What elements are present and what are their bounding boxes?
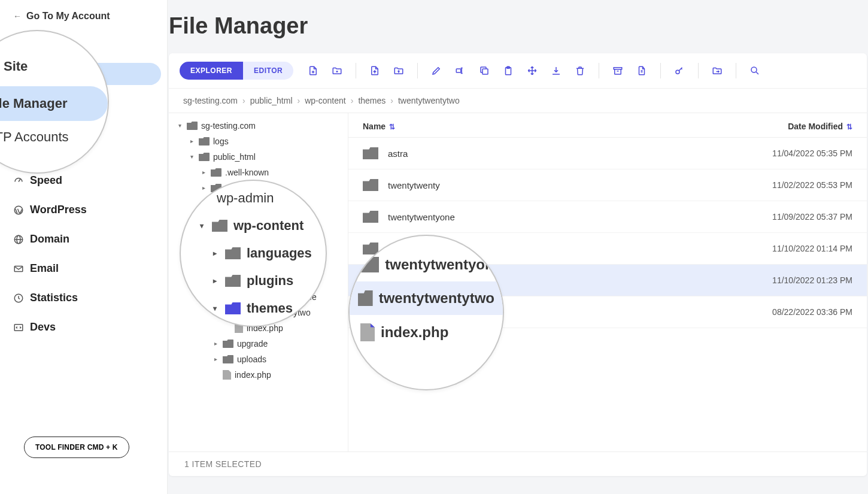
folder-icon bbox=[235, 308, 245, 317]
tree-folder[interactable]: ▸plugins bbox=[171, 227, 345, 243]
folder-icon bbox=[223, 355, 233, 363]
list-row[interactable]: astra11/04/2022 05:35 PM bbox=[348, 138, 867, 169]
tree-file[interactable]: index.php bbox=[171, 320, 345, 336]
sidebar-item-postgresql[interactable]: PostgreSQL bbox=[0, 110, 161, 132]
chevron-right-icon: › bbox=[351, 96, 354, 105]
clock-icon bbox=[13, 293, 24, 304]
tree-folder[interactable]: ▾sg-testing.com bbox=[171, 118, 345, 134]
sidebar-section-domain-label: Domain bbox=[30, 233, 69, 246]
sidebar-section-security[interactable]: Security bbox=[0, 137, 167, 166]
caret-icon[interactable]: ▸ bbox=[224, 278, 231, 284]
tree-folder[interactable]: ▸twentytwentythree bbox=[171, 289, 345, 305]
back-to-account-link[interactable]: ← Go To My Account bbox=[0, 0, 167, 28]
breadcrumb-item[interactable]: public_html bbox=[250, 96, 293, 105]
caret-icon[interactable]: ▾ bbox=[176, 122, 183, 129]
explorer-tab[interactable]: Explorer bbox=[180, 62, 243, 80]
list-row[interactable]: twentytwentyone11/09/2022 05:37 PM bbox=[348, 201, 867, 233]
breadcrumb-item[interactable]: twentytwentytwo bbox=[398, 96, 460, 105]
file-icon bbox=[235, 323, 243, 333]
lock-icon bbox=[13, 146, 24, 157]
row-date: 11/10/2022 01:23 PM bbox=[733, 275, 852, 285]
tree-folder[interactable]: ▾public_html bbox=[171, 149, 345, 165]
sidebar-item-file-manager[interactable]: File Manager bbox=[0, 63, 161, 85]
tree-file[interactable]: index.php bbox=[171, 367, 345, 383]
sidebar-section-devs[interactable]: Devs bbox=[0, 313, 167, 342]
svg-line-3 bbox=[19, 179, 20, 182]
tree-folder[interactable]: ▾themes bbox=[171, 243, 345, 258]
upload-file-button[interactable] bbox=[365, 60, 385, 81]
breadcrumb-item[interactable]: sg-testing.com bbox=[183, 96, 238, 105]
svg-rect-0 bbox=[14, 43, 23, 50]
upload-folder-button[interactable] bbox=[389, 60, 409, 81]
rename-icon bbox=[455, 65, 466, 76]
list-row[interactable]: index.php08/22/2022 03:36 PM bbox=[348, 296, 867, 328]
sidebar-section-wordpress[interactable]: WordPress bbox=[0, 195, 167, 225]
sort-icon[interactable]: ⇅ bbox=[389, 123, 395, 131]
copy-icon bbox=[479, 65, 490, 76]
folder-icon bbox=[235, 277, 245, 286]
caret-icon[interactable]: ▾ bbox=[212, 247, 219, 253]
edit-button[interactable] bbox=[426, 60, 447, 81]
sidebar-section-email-label: Email bbox=[30, 262, 59, 275]
tree-folder[interactable]: ▸wp-admin bbox=[171, 180, 345, 196]
list-row[interactable]: twentytwentythree11/10/2022 01:14 PM bbox=[348, 233, 867, 265]
folder-icon bbox=[363, 179, 378, 191]
tree-folder[interactable]: ▸twentytwenty bbox=[171, 258, 345, 274]
sidebar-section-domain[interactable]: Domain bbox=[0, 225, 167, 254]
sort-icon[interactable]: ⇅ bbox=[846, 123, 852, 131]
archive-button[interactable] bbox=[608, 60, 628, 81]
file-listing: Name⇅ Date Modified⇅ astra11/04/2022 05:… bbox=[348, 113, 867, 451]
tree-folder[interactable]: ▸languages bbox=[171, 211, 345, 227]
caret-icon[interactable]: ▸ bbox=[212, 231, 219, 238]
sidebar-section-speed[interactable]: Speed bbox=[0, 166, 167, 195]
tree-folder[interactable]: ▸uploads bbox=[171, 351, 345, 367]
sidebar-section-site[interactable]: Site bbox=[0, 31, 167, 60]
column-name[interactable]: Name bbox=[363, 122, 386, 131]
caret-icon[interactable]: ▸ bbox=[212, 356, 219, 362]
caret-icon[interactable]: ▸ bbox=[200, 184, 207, 191]
tree-folder[interactable]: ▸twentytwentytwo bbox=[171, 305, 345, 320]
tree-item-label: twentytwentyone bbox=[249, 277, 311, 286]
new-folder-button[interactable] bbox=[327, 60, 347, 81]
caret-icon[interactable]: ▸ bbox=[188, 138, 195, 144]
breadcrumb-item[interactable]: wp-content bbox=[305, 96, 345, 105]
editor-tab[interactable]: Editor bbox=[243, 62, 293, 80]
download-button[interactable] bbox=[546, 60, 566, 81]
move-button[interactable] bbox=[522, 60, 542, 81]
caret-icon[interactable]: ▸ bbox=[224, 262, 231, 269]
caret-icon[interactable]: ▾ bbox=[188, 153, 195, 160]
permissions-button[interactable] bbox=[669, 60, 690, 81]
delete-button[interactable] bbox=[570, 60, 590, 81]
tool-finder-button[interactable]: TOOL FINDER CMD + K bbox=[24, 437, 129, 458]
sidebar-section-statistics[interactable]: Statistics bbox=[0, 283, 167, 313]
list-row[interactable]: twentytwenty11/02/2022 05:53 PM bbox=[348, 169, 867, 201]
caret-icon[interactable]: ▸ bbox=[224, 309, 231, 316]
tree-folder[interactable]: ▸.well-known bbox=[171, 165, 345, 180]
breadcrumb-item[interactable]: themes bbox=[358, 96, 386, 105]
tree-item-label: plugins bbox=[237, 230, 263, 240]
search-button[interactable] bbox=[745, 60, 765, 81]
tree-folder[interactable]: ▸upgrade bbox=[171, 336, 345, 351]
paste-button[interactable] bbox=[498, 60, 518, 81]
caret-icon[interactable]: ▸ bbox=[212, 216, 219, 222]
sidebar-section-site-label: Site bbox=[30, 40, 50, 52]
goto-folder-button[interactable] bbox=[707, 60, 727, 81]
copy-button[interactable] bbox=[474, 60, 494, 81]
caret-icon[interactable]: ▸ bbox=[224, 293, 231, 300]
tree-folder[interactable]: ▸twentytwentyone bbox=[171, 274, 345, 289]
caret-icon[interactable]: ▸ bbox=[200, 169, 207, 175]
column-date[interactable]: Date Modified bbox=[788, 122, 843, 131]
sidebar-section-email[interactable]: Email bbox=[0, 254, 167, 283]
extract-button[interactable] bbox=[632, 60, 652, 81]
folder-tree[interactable]: ▾sg-testing.com▸logs▾public_html▸.well-k… bbox=[169, 113, 348, 451]
new-file-button[interactable] bbox=[303, 60, 323, 81]
rename-button[interactable] bbox=[450, 60, 471, 81]
caret-icon[interactable]: ▾ bbox=[200, 200, 207, 207]
folder-icon bbox=[363, 211, 378, 223]
caret-icon[interactable]: ▸ bbox=[212, 340, 219, 347]
list-row[interactable]: twentytwentytwo11/10/2022 01:23 PM bbox=[348, 265, 867, 296]
status-bar: 1 ITEM SELECTED bbox=[169, 451, 867, 476]
sidebar-item-mysql[interactable]: MySQL bbox=[0, 86, 161, 108]
tree-folder[interactable]: ▸logs bbox=[171, 134, 345, 149]
tree-folder[interactable]: ▾wp-content bbox=[171, 196, 345, 211]
